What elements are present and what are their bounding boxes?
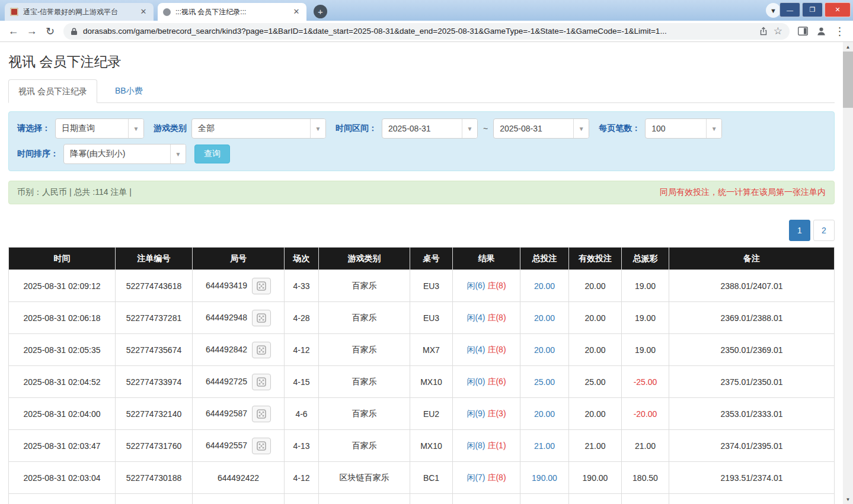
maximize-button[interactable]: ❐ (802, 2, 823, 17)
round-id: 644492725 (206, 376, 247, 386)
game-type-label: 游戏类别 (154, 123, 187, 134)
cell-total-bet: 21.00 (520, 430, 569, 462)
cell-note: 2350.01/2369.01 (669, 334, 835, 366)
profile-avatar-button[interactable] (813, 23, 830, 40)
cell-game-type: 区块链百家乐 (319, 462, 410, 494)
chevron-down-icon[interactable]: ▼ (573, 119, 589, 138)
cell-round: 644492222 (193, 494, 285, 504)
total-bet-link[interactable]: 20.00 (534, 281, 555, 291)
chevron-down-icon[interactable]: ▼ (462, 119, 477, 138)
game-type-select[interactable]: 全部 ▼ (191, 118, 326, 139)
dice-icon (257, 345, 266, 355)
round-result-button[interactable] (252, 438, 271, 454)
cell-result: 闲(0) 庄(6) (453, 366, 520, 398)
lock-icon[interactable] (71, 27, 78, 36)
cell-note: 2353.01/2333.01 (669, 398, 835, 430)
column-header-4: 游戏类别 (319, 248, 410, 270)
scroll-down-arrow-icon[interactable]: ▼ (843, 495, 853, 504)
total-bet-link[interactable]: 25.00 (534, 377, 555, 387)
round-result-button[interactable] (252, 342, 271, 358)
query-type-select[interactable]: 日期查询 ▼ (55, 118, 144, 139)
table-row: 2025-08-31 02:03:47522774731760644492557… (9, 430, 835, 462)
chevron-down-icon[interactable]: ▼ (170, 145, 186, 163)
tab1-favicon-icon (10, 8, 18, 16)
result-banker: 庄(3) (487, 409, 506, 418)
pagination-page-2[interactable]: 2 (813, 220, 835, 241)
column-header-2: 局号 (193, 248, 285, 270)
round-result-button[interactable] (252, 374, 271, 390)
tab-close-icon[interactable]: ✕ (139, 7, 148, 17)
total-bet-link[interactable]: 21.00 (534, 441, 555, 451)
cell-table-no: EU3 (410, 270, 453, 302)
reload-button[interactable]: ↻ (41, 23, 59, 40)
date-end-input[interactable]: 2025-08-31 ▼ (493, 118, 589, 139)
tab-list-chevron-button[interactable]: ▼ (766, 3, 781, 18)
cell-bet-id: 522774730188 (116, 462, 193, 494)
sort-select[interactable]: 降幂(由大到小) ▼ (63, 144, 186, 164)
cell-note: 2375.01/2350.01 (669, 366, 835, 398)
filter-row-1: 请选择： 日期查询 ▼ 游戏类别 全部 ▼ 时间区间： 2025-08-31 ▼ (16, 118, 827, 139)
chevron-down-icon: ▼ (770, 7, 777, 14)
chevron-down-icon[interactable]: ▼ (310, 119, 325, 138)
tab-betrecord[interactable]: 视讯 会员下注纪录 (8, 79, 97, 103)
cell-table-no: MX10 (410, 430, 453, 462)
cell-round: 644492557 (193, 430, 285, 462)
table-header-row: 时间注单编号局号场次游戏类别桌号结果总投注有效投注总派彩备注 (9, 248, 835, 270)
browser-tab-2[interactable]: :::视讯 会员下注纪录::: ✕ (158, 3, 306, 21)
share-icon[interactable] (759, 27, 768, 36)
search-button[interactable]: 查询 (194, 145, 230, 163)
chevron-down-icon[interactable]: ▼ (706, 119, 721, 138)
cell-total-bet: 20.00 (520, 302, 569, 334)
pagination-page-1[interactable]: 1 (789, 220, 810, 241)
cell-result: 闲(9) 庄(3) (453, 398, 520, 430)
total-bet-link[interactable]: 20.00 (534, 313, 555, 323)
query-type-label: 请选择： (17, 123, 50, 134)
scroll-up-arrow-icon[interactable]: ▲ (843, 42, 853, 52)
new-tab-button[interactable]: + (314, 5, 327, 18)
page-size-select[interactable]: 100 ▼ (645, 118, 722, 139)
cell-session: 4-10 (285, 494, 319, 504)
tab-close-icon[interactable]: ✕ (292, 7, 301, 17)
result-player: 闲(8) (467, 441, 485, 450)
minimize-button[interactable]: — (779, 2, 800, 17)
date-end-value: 2025-08-31 (494, 119, 573, 138)
vertical-scrollbar[interactable]: ▲ ▼ (843, 42, 853, 504)
cell-time: 2025-08-31 02:09:12 (9, 270, 116, 302)
cell-time: 2025-08-31 02:01:48 (9, 494, 116, 504)
column-header-0: 时间 (9, 248, 116, 270)
total-bet-link[interactable]: 190.00 (532, 473, 557, 483)
forward-button[interactable]: → (23, 23, 40, 40)
chevron-down-icon[interactable]: ▼ (128, 119, 143, 138)
page-size-value: 100 (646, 119, 706, 138)
browser-tab-1[interactable]: 通宝-信誉最好的网上游戏平台 ✕ (5, 3, 154, 21)
cell-payout: 19.00 (622, 334, 669, 366)
cell-table-no: EU3 (410, 302, 453, 334)
browser-menu-button[interactable]: ⋮ (831, 23, 848, 40)
round-result-button[interactable] (252, 278, 271, 294)
cell-game-type: 百家乐 (319, 430, 410, 462)
round-id: 644493419 (206, 280, 247, 290)
result-banker: 庄(8) (487, 473, 506, 482)
result-player: 闲(0) (467, 377, 485, 386)
cell-payout: -20.00 (622, 398, 669, 430)
result-player: 闲(9) (467, 409, 485, 418)
cell-valid-bet: 190.00 (569, 462, 622, 494)
date-start-input[interactable]: 2025-08-31 ▼ (382, 118, 478, 139)
tab2-favicon-icon (163, 8, 171, 16)
tab-bb-tip[interactable]: BB小费 (106, 79, 152, 103)
cell-result: 闲(4) 庄(7) (453, 494, 520, 504)
scrollbar-thumb[interactable] (843, 52, 853, 108)
round-result-button[interactable] (252, 406, 271, 422)
cell-game-type: 百家乐 (319, 334, 410, 366)
back-button[interactable]: ← (5, 23, 22, 40)
cell-round: 644492725 (193, 366, 285, 398)
summary-notice-bar: 币别：人民币 | 总共 :114 注单 | 同局有效投注，统一计算在该局第一张注… (8, 181, 835, 204)
round-result-button[interactable] (252, 310, 271, 326)
bookmark-star-icon[interactable]: ☆ (774, 25, 782, 37)
total-bet-link[interactable]: 20.00 (534, 409, 555, 419)
cell-game-type: 百家乐 (319, 398, 410, 430)
close-button[interactable]: ✕ (825, 2, 851, 17)
side-panel-button[interactable] (794, 23, 812, 40)
total-bet-link[interactable]: 20.00 (534, 345, 555, 355)
address-bar[interactable]: dorasabs.com/game/betrecord_search/kind3… (63, 23, 790, 40)
